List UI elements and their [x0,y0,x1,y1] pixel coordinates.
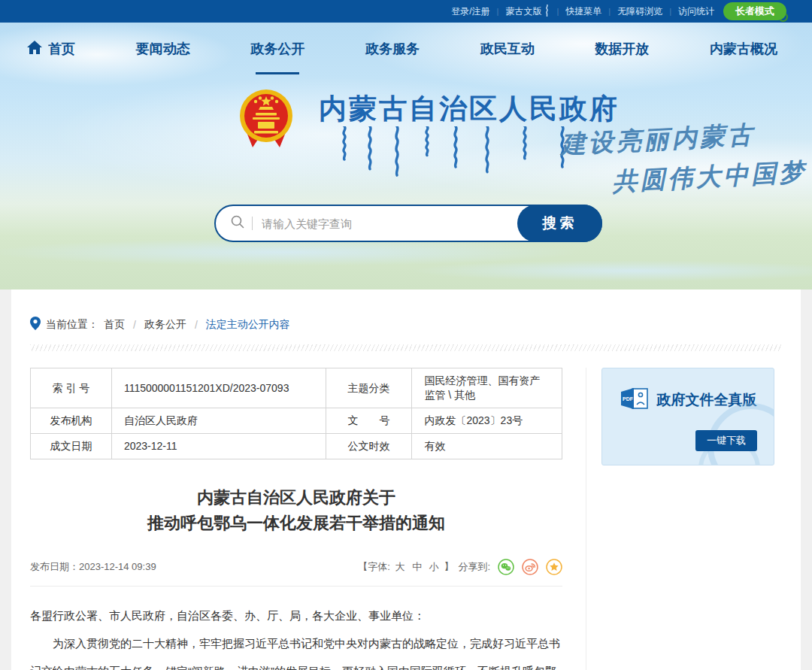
nav-item-label: 要闻动态 [136,40,190,58]
search-button[interactable]: 搜索 [517,205,602,242]
main-navigation: 首页 要闻动态 政务公开 政务服务 政民互动 数据开放 内蒙古概况 [0,23,812,69]
quick-menu-link[interactable]: 快捷菜单 [565,5,601,18]
meta-label: 成文日期 [31,434,112,459]
breadcrumb-separator: / [195,319,198,331]
pdf-box-title: 政府文件全真版 [657,390,757,410]
breadcrumb-separator: / [133,319,136,331]
search-pill: 搜索 [214,205,602,242]
nav-item-home[interactable]: 首页 [27,40,75,62]
meta-label: 主题分类 [326,368,412,408]
mongolian-script-icon [544,5,550,19]
mongolian-script [340,126,588,191]
nav-item-gov-services[interactable]: 政务服务 [365,40,420,62]
mongolian-version-link[interactable]: 蒙古文版 [505,5,541,18]
svg-text:PDF: PDF [623,396,634,402]
weibo-share-icon[interactable] [522,559,538,575]
meta-label: 发布机构 [31,408,112,434]
table-row: 发布机构 自治区人民政府 文 号 内政发〔2023〕23号 [31,408,562,434]
one-click-download-button[interactable]: 一键下载 [695,430,757,451]
meta-label: 文 号 [326,408,412,434]
meta-value-doc-number: 内政发〔2023〕23号 [412,408,562,434]
nav-item-label: 数据开放 [595,40,649,58]
table-row: 索 引 号 1115000001151201XD/2023-07093 主题分类… [31,368,562,408]
divider: | [608,7,611,16]
meta-label: 公文时效 [326,434,412,459]
table-row: 成文日期 2023-12-11 公文时效 有效 [31,434,562,459]
national-emblem [239,89,293,153]
top-utility-bar: 登录/注册 | 蒙古文版 | 快捷菜单 | 无障碍浏览 | 访问统计 长者模式 [0,0,812,23]
wechat-share-icon[interactable] [498,559,514,575]
slogan-line2: 共圆伟大中国梦 [611,155,807,199]
pdf-file-icon: PDF [620,387,650,414]
hatched-divider [30,344,782,351]
document-title-line2: 推动呼包鄂乌一体化发展若干举措的通知 [30,511,562,536]
publish-row: 发布日期：2023-12-14 09:39 【字体: 大 中 小 】 分享到: [30,559,562,575]
search-icon [231,215,244,232]
meta-value-date-written: 2023-12-11 [111,434,326,459]
nav-item-label: 政民互动 [480,40,535,58]
search-bar: 搜索 [214,205,602,242]
home-icon [27,41,42,58]
pdf-box-header: PDF 政府文件全真版 [602,387,774,414]
elder-mode-button[interactable]: 长者模式 [723,2,786,20]
document-meta-table: 索 引 号 1115000001151201XD/2023-07093 主题分类… [30,368,562,459]
publish-date-label: 发布日期： [30,561,79,572]
breadcrumb-gov-disclosure[interactable]: 政务公开 [144,318,186,332]
breadcrumb-label: 当前位置： [46,318,98,332]
nav-item-label: 首页 [48,40,75,58]
nav-item-news[interactable]: 要闻动态 [136,40,190,62]
divider [30,586,562,587]
font-size-control: 【字体: 大 中 小 】 [358,560,453,574]
font-size-prefix: 【字体: [358,561,390,572]
breadcrumb-home[interactable]: 首页 [104,318,125,332]
document-title: 内蒙古自治区人民政府关于 推动呼包鄂乌一体化发展若干举措的通知 [30,485,562,536]
login-register-link[interactable]: 登录/注册 [451,5,489,18]
nav-item-label: 政务公开 [250,40,304,58]
nav-item-interaction[interactable]: 政民互动 [480,40,535,62]
paragraph-salutation: 各盟行政公署、市人民政府，自治区各委、办、厅、局，各大企业、事业单位： [30,602,562,629]
content-card: 当前位置： 首页 / 政务公开 / 法定主动公开内容 索 引 号 1115000… [11,290,801,670]
meta-value-index-number: 1115000001151201XD/2023-07093 [111,368,326,408]
visit-stats-link[interactable]: 访问统计 [678,5,714,18]
nav-item-overview[interactable]: 内蒙古概况 [710,40,777,62]
pdf-download-box: PDF 政府文件全真版 一键下载 [601,368,774,465]
font-size-small[interactable]: 小 [429,561,439,572]
paragraph-intro: 为深入贯彻党的二十大精神，牢牢把握习近平总书记和党中央对内蒙古的战略定位，完成好… [30,629,562,670]
slogan: 建设亮丽内蒙古 共圆伟大中国梦 [560,116,808,202]
nav-item-open-data[interactable]: 数据开放 [595,40,649,62]
divider: | [497,7,499,16]
font-size-medium[interactable]: 中 [412,561,422,572]
meta-label: 索 引 号 [31,368,112,408]
share-icons [498,559,562,575]
nav-item-label: 内蒙古概况 [710,40,777,58]
divider: | [556,7,559,16]
content-row: 索 引 号 1115000001151201XD/2023-07093 主题分类… [30,368,782,670]
meta-value-validity: 有效 [412,434,562,459]
publish-date-value: 2023-12-14 09:39 [79,561,156,572]
meta-value-topic-category: 国民经济管理、国有资产监管 \ 其他 [412,368,562,408]
publish-tools: 【字体: 大 中 小 】 分享到: [358,559,562,575]
divider [252,217,253,230]
page-background: 当前位置： 首页 / 政务公开 / 法定主动公开内容 索 引 号 1115000… [0,290,812,670]
nav-item-gov-disclosure[interactable]: 政务公开 [250,40,304,62]
site-title: 内蒙古自治区人民政府 [319,90,620,128]
publish-date: 发布日期：2023-12-14 09:39 [30,560,156,574]
main-column: 索 引 号 1115000001151201XD/2023-07093 主题分类… [30,368,586,670]
favorite-star-icon[interactable] [546,559,562,575]
share-label: 分享到: [458,560,490,574]
accessibility-link[interactable]: 无障碍浏览 [617,5,662,18]
site-header: 首页 要闻动态 政务公开 政务服务 政民互动 数据开放 内蒙古概况 [0,23,812,290]
sidebar-column: PDF 政府文件全真版 一键下载 [586,368,782,670]
divider: | [669,7,671,16]
breadcrumb-current[interactable]: 法定主动公开内容 [206,318,290,332]
document-body: 各盟行政公署、市人民政府，自治区各委、办、厅、局，各大企业、事业单位： 为深入贯… [30,602,562,670]
location-pin-icon [30,317,41,332]
font-size-large[interactable]: 大 [395,561,405,572]
document-title-line1: 内蒙古自治区人民政府关于 [30,485,562,511]
meta-value-issuing-agency: 自治区人民政府 [111,408,326,434]
nav-item-label: 政务服务 [365,40,420,58]
breadcrumb: 当前位置： 首页 / 政务公开 / 法定主动公开内容 [30,290,782,332]
font-size-suffix: 】 [444,561,453,572]
